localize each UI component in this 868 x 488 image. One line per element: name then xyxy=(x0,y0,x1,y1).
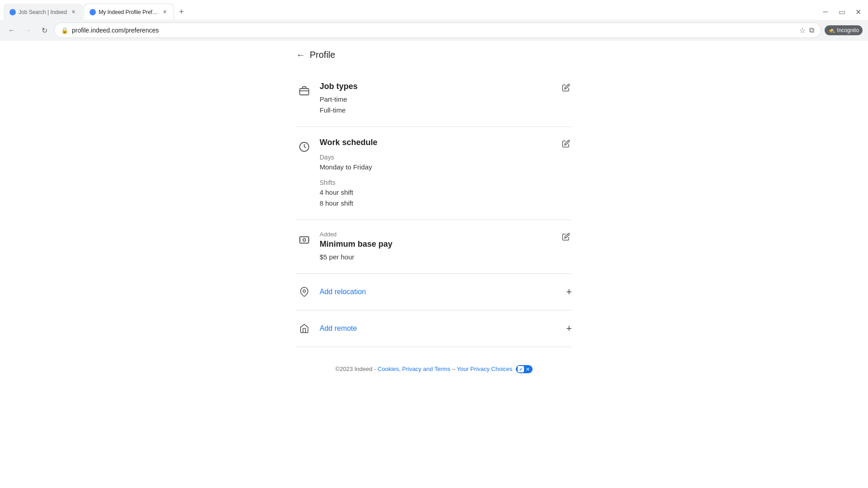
address-text: profile.indeed.com/preferences xyxy=(72,27,796,34)
tab-preferences[interactable]: My Indeed Profile Preferences ✕ xyxy=(84,4,174,20)
work-schedule-days-label: Days xyxy=(320,154,572,161)
profile-title: Profile xyxy=(310,50,335,60)
window-controls: ─ ▭ ✕ xyxy=(819,5,864,18)
job-types-body: Job types Part-time Full-time xyxy=(320,82,572,116)
new-tab-button[interactable]: + xyxy=(175,5,188,18)
privacy-badge-close-icon[interactable]: ✕ xyxy=(526,366,530,372)
split-tab-icon[interactable]: ⧉ xyxy=(809,26,814,34)
address-bar[interactable]: 🔒 profile.indeed.com/preferences ☆ ⧉ xyxy=(54,23,821,38)
work-schedule-section: Work schedule Days Monday to Friday Shif… xyxy=(296,127,572,220)
privacy-badge-check-icon: ✓ xyxy=(518,366,524,372)
work-schedule-body: Work schedule Days Monday to Friday Shif… xyxy=(320,138,572,209)
add-remote-label: Add remote xyxy=(320,324,559,333)
min-base-pay-edit-button[interactable] xyxy=(560,231,572,245)
close-window-button[interactable]: ✕ xyxy=(852,5,864,18)
browser-chrome: Job Search | Indeed ✕ My Indeed Profile … xyxy=(0,0,868,41)
min-base-pay-body: Added Minimum base pay $5 per hour xyxy=(320,231,572,263)
added-label: Added xyxy=(320,231,572,238)
bookmark-icon[interactable]: ☆ xyxy=(799,26,806,35)
back-button[interactable]: ← xyxy=(5,24,18,37)
clock-icon xyxy=(296,139,312,155)
add-relocation-plus-icon: + xyxy=(566,286,572,298)
pay-icon xyxy=(296,232,312,248)
incognito-icon: 🕵 xyxy=(828,27,835,33)
location-icon xyxy=(296,284,312,300)
work-schedule-shift-1: 4 hour shift xyxy=(320,187,572,198)
tab-bar: Job Search | Indeed ✕ My Indeed Profile … xyxy=(0,0,868,20)
back-arrow-icon: ← xyxy=(296,50,305,60)
your-privacy-choices-link[interactable]: Your Privacy Choices xyxy=(457,366,512,372)
minimize-button[interactable]: ─ xyxy=(819,5,832,18)
copyright-text: ©2023 Indeed - xyxy=(335,366,376,372)
work-schedule-edit-button[interactable] xyxy=(560,138,572,152)
job-types-edit-button[interactable] xyxy=(560,82,572,96)
main-container: ← Profile Job types Part-time Full-time xyxy=(287,41,581,400)
cookies-privacy-terms-link[interactable]: Cookies, Privacy and Terms xyxy=(377,366,450,372)
svg-point-9 xyxy=(303,290,306,292)
min-base-pay-section: Added Minimum base pay $5 per hour xyxy=(296,220,572,274)
footer: ©2023 Indeed - Cookies, Privacy and Term… xyxy=(296,347,572,382)
privacy-badge[interactable]: ✓ ✕ xyxy=(516,365,533,373)
add-remote-row[interactable]: Add remote + xyxy=(296,310,572,347)
tab2-favicon xyxy=(90,9,96,15)
job-types-value-1: Part-time xyxy=(320,94,572,105)
svg-rect-0 xyxy=(300,89,309,95)
add-relocation-row[interactable]: Add relocation + xyxy=(296,274,572,310)
tab-job-search[interactable]: Job Search | Indeed ✕ xyxy=(4,4,83,20)
tab1-favicon xyxy=(9,9,16,15)
lock-icon: 🔒 xyxy=(61,27,68,34)
tab2-close[interactable]: ✕ xyxy=(161,9,168,16)
back-to-profile[interactable]: ← Profile xyxy=(296,50,572,60)
restore-button[interactable]: ▭ xyxy=(835,5,848,18)
job-types-title: Job types xyxy=(320,82,572,91)
page-content: ← Profile Job types Part-time Full-time xyxy=(0,41,868,488)
footer-separator: – xyxy=(452,366,457,372)
min-base-pay-title: Minimum base pay xyxy=(320,239,572,249)
tab2-label: My Indeed Profile Preferences xyxy=(99,9,158,15)
job-types-value-2: Full-time xyxy=(320,105,572,116)
work-schedule-shift-2: 8 hour shift xyxy=(320,198,572,209)
address-bar-row: ← → ↻ 🔒 profile.indeed.com/preferences ☆… xyxy=(0,20,868,41)
briefcase-icon xyxy=(296,83,312,99)
tab1-close[interactable]: ✕ xyxy=(70,9,77,16)
add-relocation-label: Add relocation xyxy=(320,288,559,296)
job-types-section: Job types Part-time Full-time xyxy=(296,71,572,127)
house-icon xyxy=(296,320,312,337)
incognito-label: Incognito xyxy=(837,27,859,33)
incognito-button[interactable]: 🕵 Incognito xyxy=(825,25,863,35)
work-schedule-days-value: Monday to Friday xyxy=(320,162,572,173)
forward-button[interactable]: → xyxy=(22,24,34,37)
browser-actions: 🕵 Incognito xyxy=(825,25,863,35)
svg-point-4 xyxy=(303,239,306,241)
add-remote-plus-icon: + xyxy=(566,323,572,334)
work-schedule-title: Work schedule xyxy=(320,138,572,147)
svg-rect-3 xyxy=(300,237,309,243)
refresh-button[interactable]: ↻ xyxy=(38,24,51,37)
work-schedule-shifts-label: Shifts xyxy=(320,179,572,186)
tab1-label: Job Search | Indeed xyxy=(19,9,67,15)
min-base-pay-value: $5 per hour xyxy=(320,252,572,263)
